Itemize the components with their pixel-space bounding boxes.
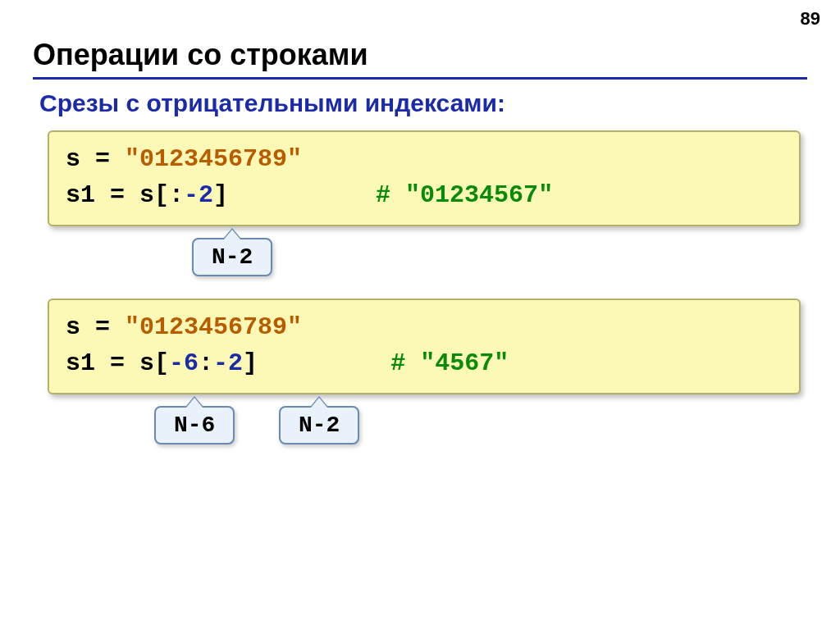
callouts-row-2: N-6 N-2 [48,394,807,460]
slide-subtitle: Срезы с отрицательными индексами: [39,89,807,117]
slide: 89 Операции со строками Срезы с отрицате… [0,0,840,629]
code-example-2: s = "0123456789" s1 = s[-6:-2] # "4567" [48,299,801,394]
code-comment: # "01234567" [376,181,553,209]
code-line: s = "0123456789" [66,142,783,178]
code-text: : [199,349,213,377]
code-text: s = [66,313,125,341]
code-text: ] [213,181,228,209]
callout-pill: N-2 [192,238,272,276]
page-number: 89 [801,8,820,30]
callout-pill: N-6 [154,406,235,444]
code-comment: # "4567" [390,349,509,377]
code-pad [228,181,376,209]
code-text: s = [66,145,125,173]
string-literal: "0123456789" [125,313,302,341]
code-line: s1 = s[:-2] # "01234567" [66,178,783,214]
code-text: ] [243,349,258,377]
string-literal: "0123456789" [125,145,302,173]
callout-pill: N-2 [279,406,359,444]
callouts-row-1: N-2 [48,226,807,280]
code-line: s = "0123456789" [66,310,783,346]
spacer [33,280,807,299]
code-text: s1 = s[: [66,181,184,209]
code-text: s1 = s[ [66,349,169,377]
slide-title: Операции со строками [33,38,807,72]
code-line: s1 = s[-6:-2] # "4567" [66,346,783,382]
title-rule [33,77,807,80]
code-example-1: s = "0123456789" s1 = s[:-2] # "01234567… [48,130,801,226]
number-literal: -2 [184,181,213,209]
number-literal: -2 [213,349,243,377]
code-pad [258,349,390,377]
number-literal: -6 [169,349,199,377]
